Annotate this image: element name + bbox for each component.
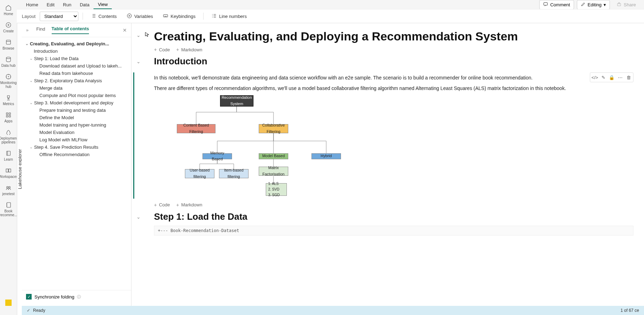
nav-powerbi[interactable] <box>0 297 17 308</box>
add-code-button[interactable]: +Code <box>154 47 170 52</box>
toc-item[interactable]: ⌄Creating, Evaluating, and Deployin... <box>22 40 131 47</box>
intro-p1: In this notebook, we'll demonstrate data… <box>154 74 633 82</box>
nav-create[interactable]: Create <box>0 19 17 35</box>
lakehouse-explorer-tab[interactable]: Lakehouse explorer <box>17 23 22 315</box>
diagram-collab-filtering: Collaborative Filtering <box>259 124 288 133</box>
apps-icon <box>5 111 12 118</box>
fold-icon[interactable]: ⌄ <box>136 59 141 64</box>
recommendation-diagram: Recommendation System Content Based Filt… <box>168 95 351 197</box>
toc-item[interactable]: ⌄Step 3. Model development and deploy <box>22 99 131 107</box>
toc-item[interactable]: Compute and Plot most popular items <box>22 92 131 99</box>
toc-item[interactable]: ⌄Step 2. Exploratory Data Analysis <box>22 77 131 84</box>
toc-item[interactable]: Download dataset and Upload to lakeh... <box>22 62 131 70</box>
toc-item[interactable]: ⌄Step 4. Save Prediction Results <box>22 143 131 151</box>
svg-rect-18 <box>163 14 168 17</box>
check-circle-icon: ✓ <box>27 308 30 313</box>
toc-item[interactable]: Merge data <box>22 84 131 92</box>
sync-checkbox[interactable]: ✓ <box>26 294 32 300</box>
home-icon <box>5 4 12 11</box>
close-panel-button[interactable]: ✕ <box>123 27 127 33</box>
diagram-item: Item-based filtering <box>219 169 249 178</box>
svg-rect-9 <box>7 151 11 155</box>
svg-rect-6 <box>9 113 11 115</box>
share-icon <box>617 2 622 8</box>
toc-item[interactable]: Introduction <box>22 47 131 55</box>
toc-item[interactable]: Define the Model <box>22 114 131 121</box>
toc-list: ⌄Creating, Evaluating, and Deployin...In… <box>22 37 131 161</box>
nav-home[interactable]: Home <box>0 2 17 18</box>
fold-icon[interactable]: ⌄ <box>136 32 141 38</box>
contents-button[interactable]: Contents <box>87 12 120 21</box>
comment-icon <box>543 2 548 8</box>
fold-icon[interactable]: ⌄ <box>136 214 141 220</box>
toc-item[interactable]: Prepare training and testing data <box>22 107 131 114</box>
nav-apps[interactable]: Apps <box>0 109 17 125</box>
status-text: Ready <box>33 308 45 313</box>
add-cell-row-2: +Code +Markdown <box>154 202 633 208</box>
nav-workspaces[interactable]: Workspaces <box>0 165 17 181</box>
editing-button[interactable]: Editing ▾ <box>577 0 610 9</box>
numbered-list-icon <box>211 13 217 20</box>
nav-learn[interactable]: Learn <box>0 148 17 163</box>
menu-view[interactable]: View <box>94 0 112 9</box>
svg-rect-7 <box>6 116 8 117</box>
add-markdown-button[interactable]: +Markdown <box>176 47 202 52</box>
toc-tab[interactable]: Table of contents <box>52 26 89 34</box>
diagram-root: Recommendation System <box>220 95 253 107</box>
step1-cell: ⌄ Step 1: Load the Data <box>134 211 633 222</box>
add-code-button[interactable]: +Code <box>154 202 170 208</box>
nav-browse[interactable]: Browse <box>0 37 17 52</box>
chevron-down-icon: ⌄ <box>30 56 33 61</box>
svg-point-12 <box>7 186 8 188</box>
menu-data[interactable]: Data <box>76 1 94 9</box>
menu-home[interactable]: Home <box>22 1 43 9</box>
add-markdown-button[interactable]: +Markdown <box>176 202 202 208</box>
code-cell-preview[interactable]: +--- Book-Recommendation-Dataset <box>154 226 633 236</box>
menu-run[interactable]: Run <box>59 1 76 9</box>
nav-metrics[interactable]: Metrics <box>0 92 17 108</box>
svg-rect-8 <box>9 116 11 117</box>
intro-content-cell[interactable]: </> ✎ 🔒 ⋯ 🗑 In this notebook, we'll demo… <box>134 72 633 199</box>
linenumbers-button[interactable]: Line numbers <box>208 12 250 21</box>
sync-folding-row: ✓ Synchronize folding ⓘ <box>22 290 131 303</box>
pencil-icon <box>581 2 586 8</box>
diagram-matrix: Matrix Factorisation <box>259 167 288 176</box>
cursor-icon <box>144 31 150 40</box>
toc-item[interactable]: Model training and hyper-tunning <box>22 121 131 129</box>
chevron-down-icon: ⌄ <box>25 41 28 46</box>
diagram-content-filtering: Content Based Filtering <box>177 124 215 133</box>
nav-monitoring[interactable]: Monitoring hub <box>0 71 17 91</box>
layout-label: Layout <box>22 14 36 19</box>
nav-bookrec[interactable]: Book recomme... <box>0 199 17 219</box>
toc-item[interactable]: Read data from lakehouse <box>22 70 131 77</box>
svg-point-4 <box>8 76 9 77</box>
comment-button[interactable]: Comment <box>539 0 574 9</box>
toc-item[interactable]: Log Model with MLFlow <box>22 136 131 143</box>
info-icon[interactable]: ⓘ <box>77 294 81 300</box>
monitor-icon <box>5 73 12 80</box>
database-icon <box>5 56 12 63</box>
rocket-icon <box>5 129 12 136</box>
variables-button[interactable]: Variables <box>123 12 156 21</box>
toc-item[interactable]: Offline Recommendation <box>22 151 131 158</box>
intro-heading-cell: ⌄ Introduction <box>134 56 633 67</box>
browse-icon <box>5 39 12 46</box>
toc-item[interactable]: Model Evaluation <box>22 129 131 136</box>
plus-circle-icon <box>5 21 12 28</box>
layout-select[interactable]: Standard <box>40 12 78 21</box>
cell-counter: 1 of 67 ce <box>620 308 639 313</box>
workspaces-icon <box>5 167 12 174</box>
find-tab[interactable]: Find <box>36 26 45 34</box>
nav-datahub[interactable]: Data hub <box>0 54 17 70</box>
nav-jenetest[interactable]: jenetest <box>0 182 17 198</box>
menu-edit[interactable]: Edit <box>43 1 59 9</box>
list-icon <box>91 13 96 20</box>
svg-rect-14 <box>7 202 11 207</box>
nav-pipelines[interactable]: Deployment pipelines <box>0 127 17 146</box>
toc-item[interactable]: ⌄Step 1: Load the Data <box>22 55 131 62</box>
step1-heading: Step 1: Load the Data <box>154 211 633 222</box>
keybindings-button[interactable]: Keybindings <box>159 12 199 21</box>
collapse-panel-icon[interactable]: » <box>26 27 28 33</box>
keyboard-icon <box>163 13 168 20</box>
share-button[interactable]: Share <box>613 0 640 9</box>
